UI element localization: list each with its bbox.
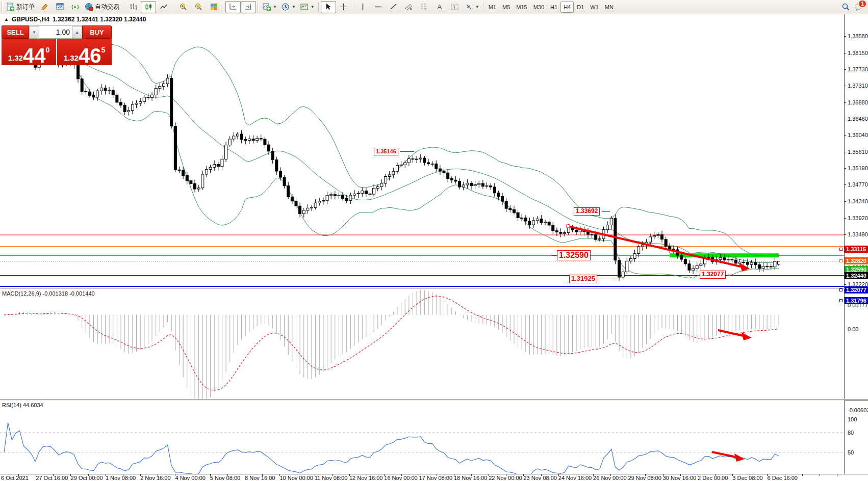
price-tick-label: 1.33920	[848, 215, 868, 221]
rsi-pane[interactable]: RSI(14) 44.6034	[0, 400, 845, 474]
buy-price[interactable]: 1.32465	[57, 39, 112, 65]
sell-price-pipette: 0	[45, 46, 49, 54]
price-tick-label: 1.36460	[848, 116, 868, 122]
timeframe-h1[interactable]: H1	[547, 2, 560, 13]
indicators-button[interactable]: ▼	[260, 1, 279, 13]
zoom-out-button[interactable]	[191, 1, 206, 13]
sell-price[interactable]: 1.32440	[2, 39, 57, 65]
price-annotation[interactable]: 1.35146	[374, 148, 398, 155]
trendline-button[interactable]	[386, 1, 401, 13]
text-button[interactable]: A	[432, 1, 447, 13]
tile-windows-button[interactable]	[206, 1, 221, 13]
rsi-axis-label: 100	[848, 416, 857, 422]
price-tick-label: 1.35190	[848, 165, 868, 171]
time-tick-mark	[628, 474, 628, 476]
zoom-in-button[interactable]	[175, 1, 191, 13]
candlestick-icon	[144, 3, 153, 11]
toolbar-separator	[223, 2, 224, 12]
timeframe-m1[interactable]: M1	[486, 2, 499, 13]
cursor-button[interactable]	[321, 1, 336, 13]
timeframe-mn[interactable]: MN	[602, 2, 617, 13]
time-axis-label: 4 Nov 00:00	[175, 475, 206, 481]
buy-button[interactable]: BUY	[82, 25, 112, 39]
text-label-button[interactable]: T	[447, 1, 463, 13]
price-annotation[interactable]: 1.31925	[569, 275, 597, 283]
time-axis-label: 5 Nov 08:00	[210, 475, 240, 481]
price-annotation[interactable]: 1.33692	[574, 207, 600, 216]
macd-pane[interactable]: MACD(12,26,9) -0.001318 -0.001440	[0, 289, 845, 399]
crayon-icon	[40, 3, 49, 11]
time-axis-label: 16 Nov 00:00	[384, 475, 417, 481]
notification-count-badge: 1	[858, 0, 866, 8]
time-tick-mark	[401, 474, 402, 476]
notifications-button[interactable]: 1	[854, 3, 863, 11]
toolbar-separator	[123, 2, 124, 12]
horizontal-line-button[interactable]	[371, 1, 386, 13]
crosshair-button[interactable]	[336, 1, 351, 13]
time-axis-label: 2 Nov 16:00	[140, 475, 170, 481]
label-icon: T	[450, 3, 459, 11]
time-tick-mark	[802, 474, 803, 476]
price-chart-pane[interactable]: ▲ GBPUSD-,H4 1.32362 1.32441 1.32320 1.3…	[0, 14, 845, 288]
time-tick-mark	[715, 474, 716, 476]
price-tick-label: 1.35610	[848, 149, 868, 155]
chart-window-button[interactable]	[52, 1, 67, 13]
template-icon	[300, 3, 309, 11]
horizontal-line-icon	[374, 3, 382, 11]
new-order-icon	[6, 3, 15, 11]
cursor-arrow-icon	[324, 3, 333, 11]
sell-button[interactable]: SELL	[2, 25, 29, 39]
price-tick-label: 1.32220	[848, 281, 868, 287]
timeframe-w1[interactable]: W1	[587, 2, 602, 13]
time-tick-mark	[18, 474, 19, 476]
time-tick-mark	[279, 474, 280, 476]
toolbar-separator	[2, 2, 3, 12]
chart-shift-button[interactable]	[241, 1, 256, 13]
equidistant-channel-button[interactable]: E	[401, 1, 417, 13]
toolbar-separator	[318, 2, 319, 12]
time-tick-mark	[262, 474, 263, 476]
volume-stepper: ▼ ▲	[29, 25, 82, 39]
toolbar-separator	[353, 2, 354, 12]
ohlc-values: 1.32362 1.32441 1.32320 1.32440	[53, 16, 146, 23]
rsi-plot	[0, 400, 844, 474]
styler-button[interactable]	[37, 1, 52, 13]
broadcast-button[interactable]	[67, 1, 83, 13]
volume-increase-button[interactable]: ▲	[72, 26, 82, 38]
timeframe-d1[interactable]: D1	[574, 2, 587, 13]
time-axis-label: 1 Nov 08:00	[106, 475, 136, 481]
periods-button[interactable]: ▼	[279, 1, 298, 13]
price-tick-label: 1.38150	[848, 50, 868, 56]
templates-button[interactable]: ▼	[298, 1, 317, 13]
arrows-button[interactable]: ▼	[463, 1, 481, 13]
line-chart-button[interactable]	[156, 1, 171, 13]
timeframe-m15[interactable]: M15	[513, 2, 530, 13]
timeframe-h4[interactable]: H4	[560, 2, 574, 13]
price-annotation[interactable]: 1.32590	[557, 250, 591, 260]
price-tick-label: 1.34340	[848, 198, 868, 204]
fibonacci-button[interactable]: F	[417, 1, 432, 13]
volume-decrease-button[interactable]: ▼	[29, 26, 39, 38]
autotrading-button[interactable]: 自动交易	[83, 1, 121, 13]
time-tick-mark	[175, 474, 175, 476]
candlestick-chart-button[interactable]	[141, 1, 156, 13]
svg-text:F: F	[425, 8, 427, 11]
time-axis-label: 18 Nov 16:00	[454, 475, 487, 481]
auto-scroll-icon	[229, 3, 238, 11]
time-tick-mark	[227, 474, 228, 476]
price-annotation[interactable]: 1.32077	[700, 271, 726, 279]
candlestick-chart[interactable]	[0, 14, 844, 288]
time-scale[interactable]: 6 Oct 202127 Oct 16:0029 Oct 00:001 Nov …	[0, 474, 868, 481]
chart-window-icon	[56, 3, 64, 11]
bar-chart-button[interactable]	[125, 1, 141, 13]
timeframe-m5[interactable]: M5	[499, 2, 513, 13]
volume-input[interactable]	[39, 26, 72, 38]
time-axis-label: 6 Oct 2021	[1, 475, 29, 481]
vertical-line-button[interactable]	[355, 1, 371, 13]
annotation-connector	[552, 255, 557, 256]
auto-scroll-button[interactable]	[225, 1, 241, 13]
new-order-button[interactable]: 新订单	[4, 1, 37, 13]
search-icon[interactable]	[841, 3, 850, 11]
time-axis-label: 17 Nov 08:00	[419, 475, 452, 481]
timeframe-m30[interactable]: M30	[530, 2, 547, 13]
